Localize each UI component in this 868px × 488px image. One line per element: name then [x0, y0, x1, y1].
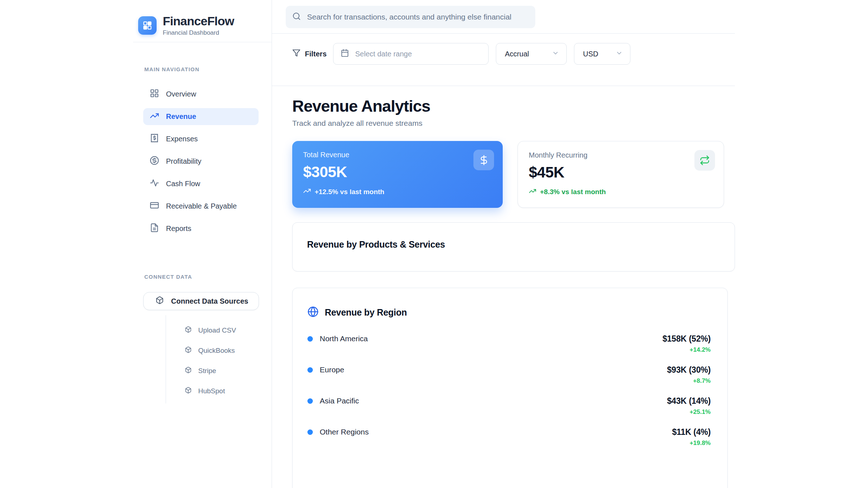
region-value-group: $11K (4%) +19.8%	[672, 427, 711, 447]
app-container: FinanceFlow Financial Dashboard MAIN NAV…	[133, 0, 735, 488]
region-dot-icon	[307, 429, 313, 435]
stat-trend: +8.3% vs last month	[529, 187, 713, 197]
region-value-group: $43K (14%) +25.1%	[667, 396, 711, 416]
file-text-icon	[150, 223, 159, 234]
source-item-hubspot[interactable]: HubSpot	[166, 381, 259, 401]
trending-up-icon	[303, 187, 311, 197]
monthly-recurring-card: Monthly Recurring $45K +8.3% vs last mon…	[518, 141, 724, 208]
circle-dollar-icon	[150, 156, 159, 167]
stat-trend: +12.5% vs last month	[303, 187, 492, 197]
region-row-other-regions: Other Regions $11K (4%) +19.8%	[307, 427, 711, 458]
funnel-icon	[292, 49, 301, 59]
region-name: Other Regions	[320, 428, 369, 436]
region-dot-icon	[307, 367, 313, 373]
region-value: $43K (14%)	[667, 396, 711, 406]
receipt-icon	[150, 133, 159, 145]
chevron-down-icon	[552, 50, 559, 58]
search-icon	[292, 12, 301, 22]
search-bar[interactable]	[286, 6, 535, 28]
region-panel-header: Revenue by Region	[307, 306, 711, 319]
stat-cards: Total Revenue $305K +12.5% vs last month	[292, 141, 728, 208]
region-value: $93K (30%)	[667, 365, 711, 375]
sidebar-item-reports[interactable]: Reports	[143, 220, 259, 237]
region-panel-title: Revenue by Region	[325, 307, 407, 318]
region-value-group: $93K (30%) +8.7%	[667, 365, 711, 385]
sidebar-item-label: Reports	[166, 224, 191, 233]
sidebar-item-label: Overview	[166, 90, 196, 98]
sidebar-item-label: Revenue	[166, 112, 196, 121]
dollar-icon	[473, 150, 494, 170]
filters-toggle[interactable]: Filters	[292, 43, 327, 65]
search-input[interactable]	[307, 13, 528, 21]
main-content: Filters Select date range Accrual	[272, 0, 735, 488]
source-item-stripe[interactable]: Stripe	[166, 361, 259, 381]
chevron-down-icon	[616, 50, 623, 58]
sidebar-item-expenses[interactable]: Expenses	[143, 130, 259, 147]
region-value: $11K (4%)	[672, 427, 711, 437]
data-source-list: Upload CSV QuickBooks	[166, 315, 259, 403]
connect-data-section: CONNECT DATA Connect Data Sources	[133, 243, 272, 403]
region-change: +25.1%	[667, 408, 711, 416]
source-item-upload-csv[interactable]: Upload CSV	[166, 320, 259, 341]
region-list: North America $158K (52%) +14.2% Europe	[307, 334, 711, 458]
sidebar-item-receivable-payable[interactable]: Receivable & Payable	[143, 198, 259, 215]
filters-label: Filters	[305, 50, 327, 58]
region-name: Asia Pacific	[320, 397, 359, 405]
region-label-group: Europe	[307, 365, 344, 374]
region-row-europe: Europe $93K (30%) +8.7%	[307, 365, 711, 396]
region-label-group: North America	[307, 334, 368, 343]
accounting-basis-value: Accrual	[505, 50, 529, 58]
source-item-label: QuickBooks	[198, 347, 235, 355]
region-row-asia-pacific: Asia Pacific $43K (14%) +25.1%	[307, 396, 711, 427]
currency-value: USD	[583, 50, 598, 58]
region-change: +8.7%	[667, 377, 711, 385]
stat-label: Monthly Recurring	[529, 151, 713, 159]
source-item-label: Upload CSV	[198, 326, 236, 334]
page-content: Revenue Analytics Track and analyze all …	[272, 86, 735, 488]
accounting-basis-select[interactable]: Accrual	[496, 43, 567, 65]
brand-name: FinanceFlow	[163, 14, 234, 28]
calendar-icon	[341, 49, 349, 59]
sidebar-item-label: Expenses	[166, 135, 198, 143]
source-item-quickbooks[interactable]: QuickBooks	[166, 341, 259, 361]
region-name: North America	[320, 334, 368, 343]
source-item-label: HubSpot	[198, 387, 225, 395]
revenue-by-region-panel: Revenue by Region North America $158K (5…	[292, 288, 728, 488]
region-name: Europe	[320, 365, 344, 374]
total-revenue-card: Total Revenue $305K +12.5% vs last month	[292, 141, 503, 208]
page-subtitle: Track and analyze all revenue streams	[292, 119, 728, 128]
main-navigation: MAIN NAVIGATION Overview	[133, 42, 272, 237]
brand: FinanceFlow Financial Dashboard	[133, 0, 272, 42]
brand-logo-icon	[138, 16, 157, 35]
package-icon	[156, 296, 164, 306]
sidebar-item-cash-flow[interactable]: Cash Flow	[143, 175, 259, 192]
region-change: +19.8%	[672, 440, 711, 447]
brand-tagline: Financial Dashboard	[163, 29, 234, 37]
date-range-input[interactable]: Select date range	[333, 43, 489, 65]
revenue-by-products-panel: Revenue by Products & Services	[292, 222, 735, 271]
stat-change: +8.3% vs last month	[540, 188, 606, 196]
region-label-group: Asia Pacific	[307, 396, 359, 405]
date-range-placeholder: Select date range	[355, 50, 412, 58]
sidebar-item-label: Receivable & Payable	[166, 202, 237, 210]
filter-bar: Filters Select date range Accrual	[272, 34, 735, 86]
sidebar-item-label: Cash Flow	[166, 180, 200, 188]
region-value-group: $158K (52%) +14.2%	[663, 334, 711, 354]
connect-caption: CONNECT DATA	[143, 274, 259, 280]
sidebar-item-profitability[interactable]: Profitability	[143, 153, 259, 170]
connect-data-sources-button[interactable]: Connect Data Sources	[143, 292, 259, 310]
trending-up-icon	[150, 111, 159, 122]
region-value: $158K (52%)	[663, 334, 711, 344]
globe-icon	[307, 306, 319, 319]
repeat-icon	[694, 150, 715, 171]
trending-up-icon	[529, 187, 536, 197]
package-icon	[185, 387, 192, 395]
products-panel-title: Revenue by Products & Services	[307, 239, 720, 250]
stat-value: $305K	[303, 163, 492, 181]
source-item-label: Stripe	[198, 367, 216, 375]
region-dot-icon	[307, 336, 313, 342]
currency-select[interactable]: USD	[574, 43, 630, 65]
sidebar-item-revenue[interactable]: Revenue	[143, 108, 259, 125]
sidebar-item-overview[interactable]: Overview	[143, 86, 259, 103]
package-icon	[185, 346, 192, 355]
